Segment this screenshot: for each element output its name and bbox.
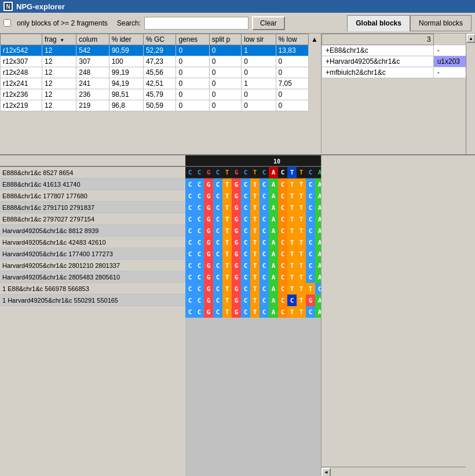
right-top: 3 +E88&chr1&c-+Harvard49205&chr1&cu1x203…	[321, 34, 475, 155]
char-cell: C	[306, 213, 315, 225]
scroll-left-arrow[interactable]: ◄	[321, 468, 331, 477]
scrollbar-v[interactable]: ▲	[466, 34, 475, 154]
header-char: C	[213, 166, 222, 178]
table-cell: 0	[209, 78, 242, 89]
seq-label-row: E888&chr1&c 2791710 2791837	[0, 202, 185, 213]
char-cell: C	[195, 190, 204, 202]
char-cell: T	[306, 283, 315, 295]
char-cell: T	[222, 271, 232, 283]
char-cell: C	[195, 306, 204, 318]
table-cell: 0	[176, 45, 209, 56]
table-cell: 0	[176, 78, 209, 89]
scroll-top-btn[interactable]: ▲	[309, 34, 321, 45]
char-cell: A	[269, 225, 278, 237]
char-cell: T	[250, 213, 260, 225]
char-cell: A	[315, 271, 321, 283]
seq-char-row: CCGCTGCTCACTTTCACTTATTTCCTTGTA	[185, 283, 321, 295]
table-cell: 12	[42, 89, 76, 100]
seq-label-row: Harvard49205&chr1&c 177400 177273	[0, 248, 185, 260]
table-cell: 47,23	[143, 56, 176, 67]
char-cell: T	[250, 306, 260, 318]
col-header-pgc[interactable]: % GC	[143, 34, 176, 45]
char-cell: C	[260, 190, 269, 202]
char-cell: A	[269, 237, 278, 248]
table-cell: 0	[242, 100, 276, 111]
char-cell: T	[222, 248, 232, 260]
char-cell: C	[185, 271, 195, 283]
title-bar: N NPG-explorer	[0, 0, 475, 13]
table-row[interactable]: r12x2361223698,5145,790000	[1, 89, 321, 100]
right-table-row[interactable]: +mfbiulch2&chr1&c-	[322, 67, 475, 78]
char-cell: T	[297, 179, 306, 190]
table-cell: 0	[276, 56, 309, 67]
right-label-cell: +mfbiulch2&chr1&c	[322, 67, 434, 78]
char-cell: C	[278, 225, 287, 237]
col-header-genes[interactable]: genes	[176, 34, 209, 45]
table-cell: 0	[176, 100, 209, 111]
char-cell: G	[232, 213, 241, 225]
seq-char-row: CCGCTGCTCACCTGACTTATTTCCTTGTA	[185, 295, 321, 306]
char-cell: G	[204, 260, 213, 271]
char-cell: T	[297, 190, 306, 202]
col-header-plow[interactable]: % low	[276, 34, 309, 45]
table-cell: 12	[42, 100, 76, 111]
col-header-splitp[interactable]: split p	[209, 34, 242, 45]
table-row[interactable]: r12x2411224194,1942,510017,05	[1, 78, 321, 89]
right-panel: 3 +E88&chr1&c-+Harvard49205&chr1&cu1x203…	[321, 34, 475, 476]
char-cell: T	[222, 190, 232, 202]
char-cell: C	[278, 202, 287, 213]
right-panel-table: 3 +E88&chr1&c-+Harvard49205&chr1&cu1x203…	[321, 34, 475, 78]
table-cell: 42,51	[143, 78, 176, 89]
char-cell: G	[204, 248, 213, 260]
table-row[interactable]: r12x2191221996,850,590000	[1, 100, 321, 111]
table-row[interactable]: r12x3071230710047,230000	[1, 56, 321, 67]
char-cell: G	[232, 306, 241, 318]
table-row[interactable]: r12x2481224899,1945,560000	[1, 67, 321, 78]
char-cell: C	[185, 179, 195, 190]
char-cell: C	[195, 260, 204, 271]
tab-normal-blocks[interactable]: Normal blocks	[410, 15, 472, 31]
col-header-name[interactable]	[1, 34, 42, 45]
col-header-piden[interactable]: % ider	[109, 34, 143, 45]
table-row[interactable]: r12x5421254290,5952,2900113,83	[1, 45, 321, 56]
char-cell: A	[269, 190, 278, 202]
col-header-colum[interactable]: colum	[76, 34, 109, 45]
char-cell: C	[195, 248, 204, 260]
char-cell: C	[185, 295, 195, 306]
top-table: frag ▼ colum % ider % GC genes split p l…	[0, 34, 321, 111]
col-header-lowsim[interactable]: low sir	[242, 34, 276, 45]
char-cell: C	[213, 190, 222, 202]
ruler-row: 102030	[185, 155, 321, 167]
seq-char-row: CCGCTGCTCACTTCACTTATTTCCTTGTA	[185, 237, 321, 248]
seq-label-row: E888&chr1&c 2797027 2797154	[0, 213, 185, 225]
seq-char-row: CCGCTGCTCACTTCACTTATTTCCTTGTA	[185, 213, 321, 225]
alignment-container: E888&chr1&c 8527 8654E888&chr1&c 41613 4…	[0, 155, 321, 476]
tab-global-blocks[interactable]: Global blocks	[347, 15, 410, 31]
char-cell: C	[185, 283, 195, 295]
toolbar: only blocks of >= 2 fragments Search: Cl…	[0, 13, 475, 34]
char-cell: C	[185, 306, 195, 318]
seq-label-row: E888&chr1&c 8527 8654	[0, 167, 185, 179]
search-input[interactable]	[144, 17, 249, 30]
char-cell: A	[269, 248, 278, 260]
char-cell: T	[250, 260, 260, 271]
table-cell: 0	[176, 67, 209, 78]
char-cell: C	[195, 283, 204, 295]
scrollbar-h[interactable]: ◄	[321, 467, 466, 476]
char-cell: C	[241, 306, 250, 318]
char-cell: T	[222, 213, 232, 225]
right-table-row[interactable]: +Harvard49205&chr1&cu1x203	[322, 56, 475, 67]
clear-button[interactable]: Clear	[252, 16, 285, 30]
char-cell: G	[232, 225, 241, 237]
fragments-checkbox[interactable]	[3, 19, 11, 27]
char-cell: C	[260, 306, 269, 318]
char-cell: T	[297, 213, 306, 225]
char-cell: G	[204, 271, 213, 283]
col-header-frag[interactable]: frag ▼	[42, 34, 76, 45]
right-table-row[interactable]: +E88&chr1&c-	[322, 45, 475, 56]
scroll-up-arrow[interactable]: ▲	[466, 34, 475, 43]
table-cell: 0	[209, 100, 242, 111]
seq-label-row: E888&chr1&c 177807 177680	[0, 190, 185, 202]
header-char: A	[269, 166, 278, 178]
char-cell: G	[204, 295, 213, 306]
